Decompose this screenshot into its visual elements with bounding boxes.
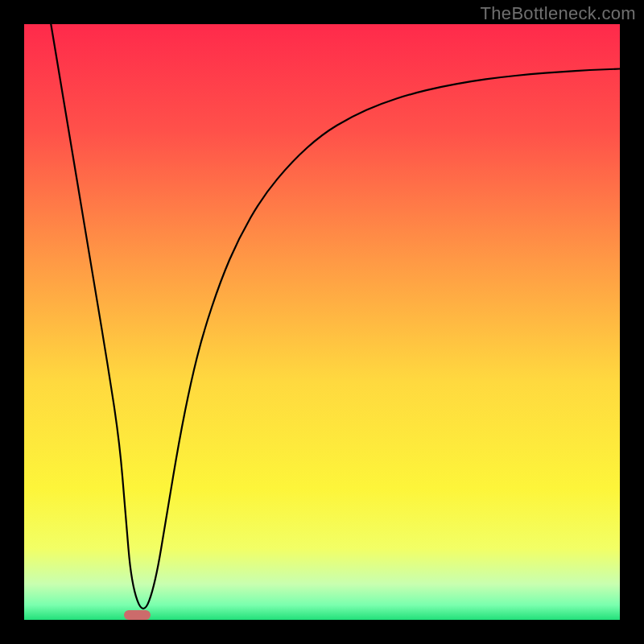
chart-frame: TheBottleneck.com xyxy=(0,0,644,644)
optimal-point-marker xyxy=(124,610,151,620)
bottleneck-curve xyxy=(24,24,620,620)
plot-area xyxy=(24,24,620,620)
watermark-text: TheBottleneck.com xyxy=(481,3,636,24)
